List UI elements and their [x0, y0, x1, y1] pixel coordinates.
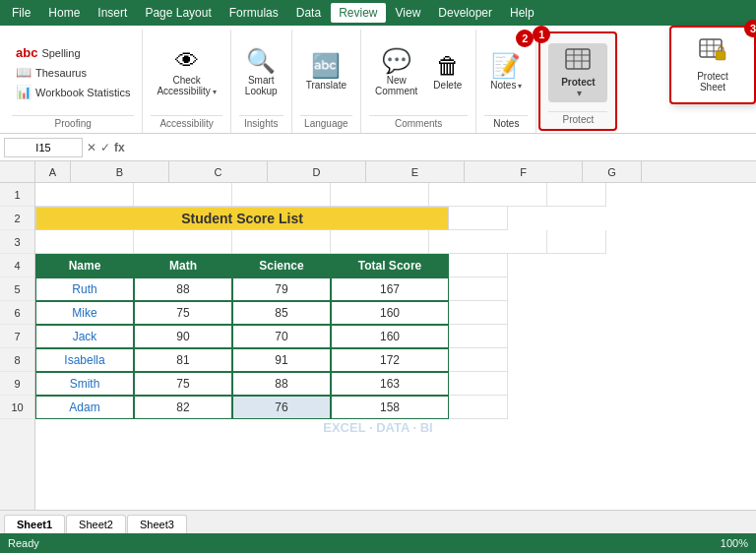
smart-lookup-button[interactable]: 🔍 SmartLookup — [239, 46, 284, 99]
cell-g3[interactable] — [547, 230, 606, 254]
row-num-10: 10 — [0, 396, 34, 419]
language-group-label: Language — [300, 115, 352, 129]
menu-review[interactable]: Review — [331, 3, 385, 23]
cell-d1[interactable] — [232, 183, 331, 207]
menu-file[interactable]: File — [4, 3, 38, 23]
proofing-group-label: Proofing — [12, 115, 134, 129]
cell-g7[interactable] — [449, 325, 508, 348]
row-num-7: 7 — [0, 325, 34, 348]
delete-label: Delete — [433, 80, 462, 91]
header-science[interactable]: Science — [232, 254, 331, 277]
cell-f1[interactable] — [429, 183, 547, 207]
cell-f3[interactable] — [429, 230, 547, 254]
menu-home[interactable]: Home — [40, 3, 88, 23]
spreadsheet-area: 1 2 3 4 5 6 7 8 9 10 — [0, 183, 756, 510]
cell-mike-math[interactable]: 75 — [134, 301, 232, 325]
sheet-tab-2[interactable]: Sheet2 — [66, 515, 126, 533]
workbook-statistics-button[interactable]: 📊 Workbook Statistics — [12, 83, 134, 101]
col-header-c[interactable]: C — [169, 161, 268, 182]
insights-group-label: Insights — [239, 115, 284, 129]
check-accessibility-button[interactable]: 👁 CheckAccessibility▾ — [151, 46, 221, 99]
cell-c3[interactable] — [134, 230, 232, 254]
cell-jack-math[interactable]: 90 — [134, 325, 232, 348]
cell-b1[interactable] — [35, 183, 134, 207]
menu-formulas[interactable]: Formulas — [221, 3, 286, 23]
cell-adam-name[interactable]: Adam — [35, 396, 134, 419]
menu-data[interactable]: Data — [288, 3, 329, 23]
cancel-icon[interactable]: ✕ — [87, 141, 96, 154]
menu-insert[interactable]: Insert — [90, 3, 135, 23]
cell-mike-name[interactable]: Mike — [35, 301, 134, 325]
cell-g5[interactable] — [449, 277, 508, 301]
formula-input[interactable] — [129, 138, 752, 157]
cell-e1[interactable] — [331, 183, 429, 207]
cell-d3[interactable] — [232, 230, 331, 254]
sheet-tab-1[interactable]: Sheet1 — [4, 515, 65, 533]
delete-comment-button[interactable]: 🗑 Delete — [427, 51, 468, 93]
translate-button[interactable]: 🔤 Translate — [300, 51, 352, 93]
cell-adam-total[interactable]: 158 — [331, 396, 449, 419]
cell-g6[interactable] — [449, 301, 508, 325]
cell-mike-total[interactable]: 160 — [331, 301, 449, 325]
cell-ruth-name[interactable]: Ruth — [35, 277, 134, 301]
confirm-icon[interactable]: ✓ — [100, 141, 110, 154]
cell-g4[interactable] — [449, 254, 508, 277]
ribbon: abc Spelling 📖 Thesaurus 📊 Workbook Stat… — [0, 26, 756, 134]
cell-g1[interactable] — [547, 183, 606, 207]
notes-group-label: Notes — [484, 115, 528, 129]
col-header-b[interactable]: B — [71, 161, 169, 182]
cell-jack-science[interactable]: 70 — [232, 325, 331, 348]
cell-jack-name[interactable]: Jack — [35, 325, 134, 348]
ribbon-group-accessibility: 👁 CheckAccessibility▾ Accessibility — [143, 30, 230, 133]
header-math[interactable]: Math — [134, 254, 232, 277]
col-header-e[interactable]: E — [366, 161, 465, 182]
col-header-f[interactable]: F — [465, 161, 583, 182]
cell-smith-math[interactable]: 75 — [134, 372, 232, 396]
cell-smith-name[interactable]: Smith — [35, 372, 134, 396]
cell-g9[interactable] — [449, 372, 508, 396]
col-header-g[interactable]: G — [583, 161, 642, 182]
thesaurus-button[interactable]: 📖 Thesaurus — [12, 63, 134, 82]
row-header-spacer — [0, 161, 35, 182]
cell-b3[interactable] — [35, 230, 134, 254]
col-header-a[interactable]: A — [35, 161, 71, 182]
cell-ruth-math[interactable]: 88 — [134, 277, 232, 301]
language-buttons: 🔤 Translate — [300, 33, 352, 111]
cell-reference-input[interactable]: I15 — [4, 138, 83, 157]
cell-ruth-total[interactable]: 167 — [331, 277, 449, 301]
insert-function-icon[interactable]: fx — [114, 141, 125, 154]
cell-ruth-science[interactable]: 79 — [232, 277, 331, 301]
header-name[interactable]: Name — [35, 254, 134, 277]
header-total[interactable]: Total Score — [331, 254, 449, 277]
menu-page-layout[interactable]: Page Layout — [137, 3, 219, 23]
cell-e3[interactable] — [331, 230, 429, 254]
menu-developer[interactable]: Developer — [430, 3, 500, 23]
row-num-9: 9 — [0, 372, 34, 396]
sheet-tab-3[interactable]: Sheet3 — [127, 515, 187, 533]
cell-g8[interactable] — [449, 348, 508, 372]
new-comment-button[interactable]: 💬 NewComment — [369, 46, 423, 99]
smart-lookup-label: SmartLookup — [245, 75, 278, 96]
cell-isabella-math[interactable]: 81 — [134, 348, 232, 372]
cell-jack-total[interactable]: 160 — [331, 325, 449, 348]
menu-help[interactable]: Help — [502, 3, 542, 23]
cell-adam-math[interactable]: 82 — [134, 396, 232, 419]
menu-view[interactable]: View — [388, 3, 429, 23]
cell-adam-science[interactable]: 76 — [232, 396, 331, 419]
cell-smith-science[interactable]: 88 — [232, 372, 331, 396]
cell-title[interactable]: Student Score List — [35, 207, 449, 230]
cell-smith-total[interactable]: 163 — [331, 372, 449, 396]
notes-button[interactable]: 📝 Notes▾ — [484, 51, 528, 93]
spelling-button[interactable]: abc Spelling — [12, 43, 134, 62]
cell-g2[interactable] — [449, 207, 508, 230]
cell-isabella-name[interactable]: Isabella — [35, 348, 134, 372]
cell-mike-science[interactable]: 85 — [232, 301, 331, 325]
cell-g10[interactable] — [449, 396, 508, 419]
row-num-6: 6 — [0, 301, 34, 325]
cell-c1[interactable] — [134, 183, 232, 207]
cell-isabella-total[interactable]: 172 — [331, 348, 449, 372]
col-header-d[interactable]: D — [268, 161, 366, 182]
protect-sheet-item[interactable]: ProtectSheet — [675, 31, 750, 98]
protect-button[interactable]: Protect ▾ — [548, 43, 607, 102]
cell-isabella-science[interactable]: 91 — [232, 348, 331, 372]
